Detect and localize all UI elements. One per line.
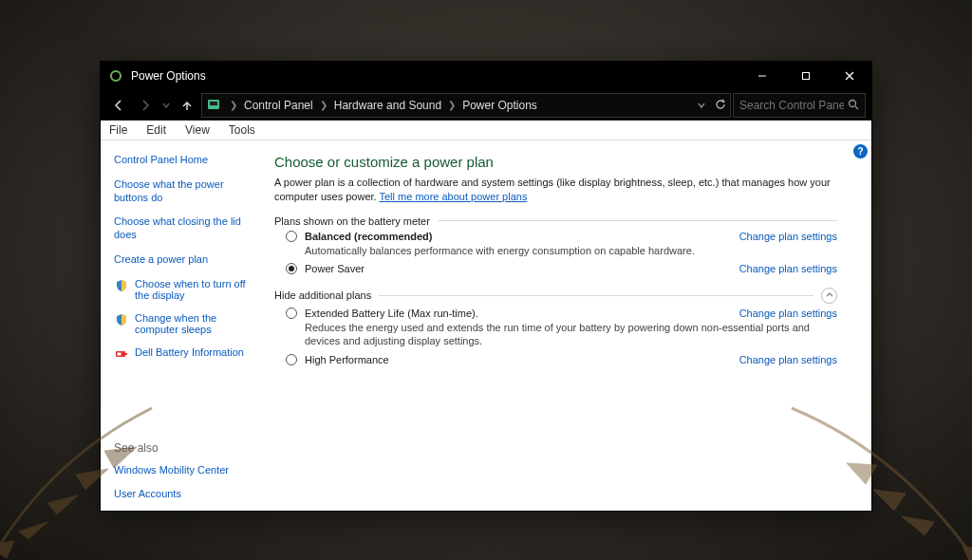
divider [438, 220, 837, 221]
shield-icon [114, 313, 129, 327]
page-description: A power plan is a collection of hardware… [274, 176, 837, 204]
navbar: ❯ Control Panel ❯ Hardware and Sound ❯ P… [101, 90, 871, 121]
address-history-dropdown[interactable] [698, 100, 705, 111]
menu-view[interactable]: View [182, 122, 213, 138]
power-options-icon [108, 68, 123, 84]
sidebar-item-closing-lid[interactable]: Choose what closing the lid does [114, 215, 253, 242]
titlebar: Power Options [101, 62, 871, 90]
search-icon[interactable] [848, 99, 859, 112]
maximize-button[interactable] [784, 62, 828, 90]
search-input[interactable] [739, 99, 844, 112]
svg-point-0 [111, 71, 121, 81]
section-title-text: Plans shown on the battery meter [274, 215, 430, 227]
plan-name[interactable]: High Performance [305, 354, 389, 365]
chevron-right-icon: ❯ [227, 100, 240, 110]
window-title: Power Options [131, 69, 740, 83]
sidebar-item-create-plan[interactable]: Create a power plan [114, 253, 253, 267]
additional-plans-section: Extended Battery Life (Max run-time). Ch… [274, 308, 837, 365]
change-plan-settings-link[interactable]: Change plan settings [739, 263, 837, 274]
radio-extended-battery[interactable] [286, 308, 297, 319]
plan-name[interactable]: Balanced (recommended) [305, 231, 432, 242]
change-plan-settings-link[interactable]: Change plan settings [739, 308, 837, 319]
svg-line-9 [855, 106, 858, 109]
plan-power-saver: Power Saver Change plan settings [286, 263, 837, 274]
refresh-button[interactable] [715, 99, 726, 112]
control-panel-window: Power Options ❯ Control Panel [100, 61, 872, 512]
control-panel-icon [206, 98, 221, 113]
radio-balanced[interactable] [286, 231, 297, 242]
plan-name[interactable]: Power Saver [305, 263, 364, 274]
plan-description: Automatically balances performance with … [305, 244, 837, 257]
see-also-mobility-center[interactable]: Windows Mobility Center [114, 464, 253, 477]
close-button[interactable] [828, 62, 871, 90]
sidebar-item-dell-battery[interactable]: Dell Battery Information [135, 346, 244, 358]
menu-tools[interactable]: Tools [226, 122, 258, 138]
svg-rect-2 [803, 73, 810, 80]
section-plans-shown: Plans shown on the battery meter [274, 215, 837, 227]
divider [379, 295, 813, 296]
description-text: A power plan is a collection of hardware… [274, 177, 831, 202]
sidebar-item-power-buttons[interactable]: Choose what the power buttons do [114, 178, 253, 205]
page-title: Choose or customize a power plan [274, 154, 837, 170]
battery-info-icon [114, 347, 129, 361]
plan-high-performance: High Performance Change plan settings [286, 354, 837, 365]
breadcrumb-hardware-sound[interactable]: Hardware and Sound [334, 99, 441, 112]
up-button[interactable] [175, 93, 199, 118]
menu-file[interactable]: File [106, 122, 130, 138]
change-plan-settings-link[interactable]: Change plan settings [739, 354, 837, 365]
chevron-right-icon: ❯ [445, 100, 458, 110]
learn-more-link[interactable]: Tell me more about power plans [379, 191, 527, 202]
sidebar-item-computer-sleeps[interactable]: Change when the computer sleeps [135, 312, 253, 335]
recent-dropdown[interactable] [159, 93, 173, 118]
main-content: Choose or customize a power plan A power… [257, 140, 871, 511]
back-button[interactable] [106, 93, 131, 118]
forward-button[interactable] [133, 93, 158, 118]
svg-rect-7 [210, 102, 217, 105]
plan-balanced: Balanced (recommended) Change plan setti… [286, 231, 837, 257]
menu-edit[interactable]: Edit [143, 122, 169, 138]
search-box[interactable] [733, 93, 866, 118]
plan-extended-battery: Extended Battery Life (Max run-time). Ch… [286, 308, 837, 348]
breadcrumb-power-options[interactable]: Power Options [462, 99, 537, 112]
radio-high-performance[interactable] [286, 354, 297, 365]
sidebar-item-turn-off-display[interactable]: Choose when to turn off the display [135, 278, 253, 301]
hide-additional-plans-row: Hide additional plans [274, 288, 837, 304]
svg-rect-12 [118, 352, 122, 355]
svg-rect-11 [125, 353, 127, 355]
svg-point-8 [850, 100, 856, 106]
sidebar: Control Panel Home Choose what the power… [101, 140, 257, 511]
shield-icon [114, 279, 129, 292]
breadcrumb-control-panel[interactable]: Control Panel [244, 99, 313, 112]
chevron-right-icon: ❯ [317, 100, 330, 110]
see-also-user-accounts[interactable]: User Accounts [114, 488, 253, 501]
menu-bar: File Edit View Tools [101, 121, 871, 140]
collapse-toggle-button[interactable] [821, 288, 837, 304]
plan-description: Reduces the energy used and extends the … [305, 321, 837, 348]
plan-name[interactable]: Extended Battery Life (Max run-time). [305, 308, 478, 319]
content-body: ? Control Panel Home Choose what the pow… [101, 140, 871, 511]
address-bar[interactable]: ❯ Control Panel ❯ Hardware and Sound ❯ P… [201, 93, 731, 118]
radio-power-saver[interactable] [286, 263, 297, 274]
see-also-heading: See also [114, 441, 253, 455]
hide-additional-plans-label[interactable]: Hide additional plans [274, 289, 371, 301]
minimize-button[interactable] [740, 62, 784, 90]
sidebar-control-panel-home[interactable]: Control Panel Home [114, 154, 253, 167]
change-plan-settings-link[interactable]: Change plan settings [739, 231, 837, 242]
